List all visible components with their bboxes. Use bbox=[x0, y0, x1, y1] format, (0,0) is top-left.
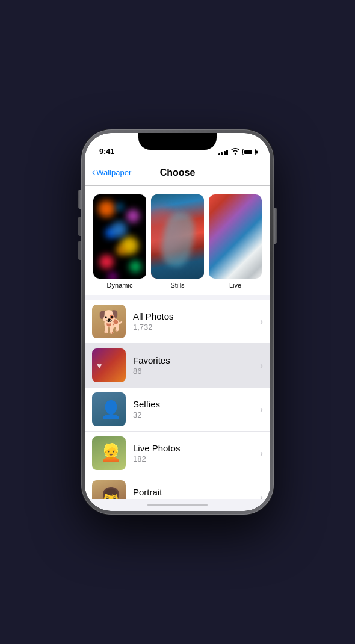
selfies-count: 32 bbox=[133, 410, 260, 420]
list-item[interactable]: All Photos 1,732 › bbox=[85, 300, 270, 344]
favorites-info: Favorites 86 bbox=[126, 355, 260, 376]
phone-frame: 9:41 bbox=[81, 129, 274, 515]
chevron-right-icon: › bbox=[260, 448, 263, 458]
live-photos-title: Live Photos bbox=[133, 443, 260, 453]
status-time: 9:41 bbox=[99, 147, 114, 156]
all-photos-count: 1,732 bbox=[133, 323, 260, 332]
back-label: Wallpaper bbox=[96, 168, 131, 177]
all-photos-thumbnail bbox=[92, 305, 126, 338]
live-label: Live bbox=[229, 282, 241, 289]
favorites-thumbnail bbox=[92, 348, 126, 382]
wallpaper-category-dynamic[interactable]: Dynamic bbox=[93, 194, 146, 289]
page-title: Choose bbox=[160, 167, 196, 178]
chevron-right-icon: › bbox=[260, 404, 263, 414]
chevron-right-icon: › bbox=[260, 361, 263, 370]
selfies-thumbnail bbox=[92, 392, 126, 426]
dynamic-label: Dynamic bbox=[107, 282, 133, 289]
notch bbox=[138, 133, 217, 150]
selfies-info: Selfies 32 bbox=[126, 399, 260, 420]
status-bar: 9:41 bbox=[85, 133, 270, 159]
list-item[interactable]: Portrait 70 › bbox=[85, 475, 270, 499]
battery-icon bbox=[242, 149, 256, 155]
wallpaper-category-stills[interactable]: Stills bbox=[151, 194, 204, 289]
stills-label: Stills bbox=[170, 282, 184, 289]
wifi-icon bbox=[231, 148, 239, 156]
live-photos-info: Live Photos 182 bbox=[126, 443, 260, 463]
phone-inner: 9:41 bbox=[85, 133, 270, 511]
wallpaper-categories: Dynamic Stills bbox=[85, 186, 270, 295]
chevron-left-icon: ‹ bbox=[92, 167, 95, 178]
favorites-title: Favorites bbox=[133, 355, 260, 365]
chevron-right-icon: › bbox=[260, 317, 263, 326]
wallpaper-category-live[interactable]: Live bbox=[209, 194, 262, 289]
back-button[interactable]: ‹ Wallpaper bbox=[92, 167, 131, 178]
favorites-count: 86 bbox=[133, 367, 260, 376]
status-icons bbox=[218, 148, 256, 156]
dynamic-thumbnail bbox=[93, 194, 146, 279]
signal-icon bbox=[218, 149, 229, 155]
chevron-right-icon: › bbox=[260, 492, 263, 499]
all-photos-info: All Photos 1,732 bbox=[126, 311, 260, 332]
photo-albums-list: All Photos 1,732 › Favorites 86 bbox=[85, 300, 270, 499]
screen: 9:41 bbox=[85, 133, 270, 511]
live-photos-thumbnail bbox=[92, 436, 126, 470]
main-content: Dynamic Stills bbox=[85, 186, 270, 499]
live-thumbnail bbox=[209, 194, 262, 279]
list-item[interactable]: Live Photos 182 › bbox=[85, 432, 270, 475]
home-bar bbox=[147, 504, 208, 506]
nav-bar: ‹ Wallpaper Choose bbox=[85, 159, 270, 186]
stills-thumbnail bbox=[151, 194, 204, 279]
portrait-thumbnail bbox=[92, 480, 126, 499]
portrait-title: Portrait bbox=[133, 487, 260, 497]
all-photos-title: All Photos bbox=[133, 311, 260, 321]
portrait-info: Portrait 70 bbox=[126, 487, 260, 499]
list-item[interactable]: Selfies 32 › bbox=[85, 388, 270, 432]
live-photos-count: 182 bbox=[133, 454, 260, 463]
list-item[interactable]: Favorites 86 › bbox=[85, 344, 270, 388]
home-indicator bbox=[85, 499, 270, 511]
selfies-title: Selfies bbox=[133, 399, 260, 409]
portrait-count: 70 bbox=[133, 498, 260, 499]
